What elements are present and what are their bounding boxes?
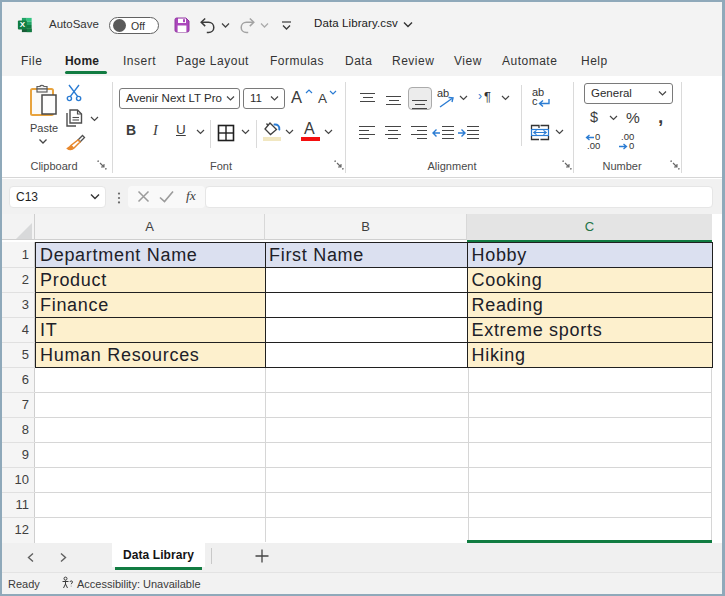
svg-text:X: X	[20, 20, 26, 29]
